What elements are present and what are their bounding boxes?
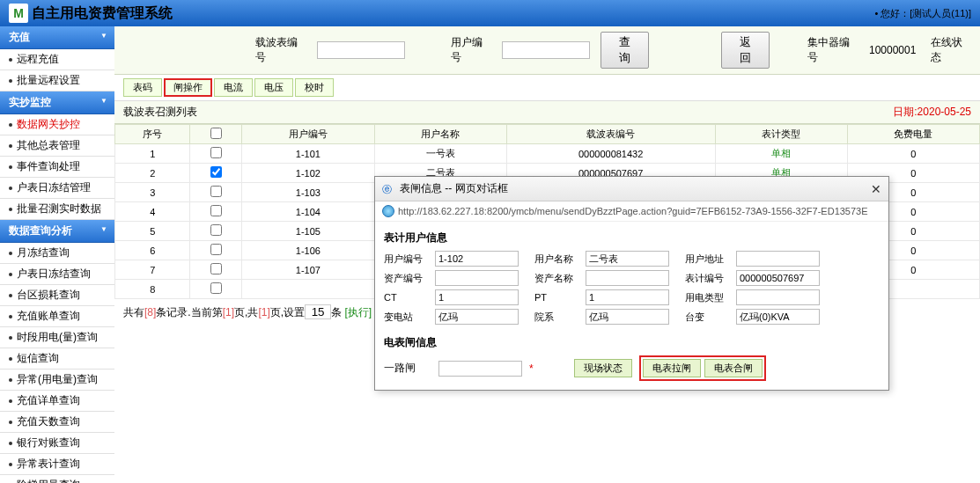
pagesize-input[interactable]: [305, 304, 331, 319]
row-checkbox[interactable]: [210, 263, 222, 274]
tab-bar: 表码闸操作电流电压校时: [114, 75, 980, 101]
column-header: 免费电量: [847, 125, 979, 144]
execute-button[interactable]: [执行]: [344, 306, 372, 318]
sidebar-section-monitor[interactable]: 实抄监控: [0, 91, 114, 114]
sidebar-item[interactable]: 批量远程设置: [0, 70, 114, 91]
close-icon[interactable]: ✕: [871, 182, 881, 196]
filter-label-concentrator: 集中器编号: [807, 35, 858, 65]
label-meter-no: 表计编号: [685, 272, 733, 285]
filter-label-user: 用户编号: [451, 35, 491, 65]
switch-label: 一路闸: [384, 361, 431, 376]
return-button[interactable]: 返回: [721, 32, 770, 69]
label-user-name: 用户名称: [534, 252, 582, 266]
paging-text: 条记录.当前第: [156, 306, 222, 318]
filter-label-status: 在线状态: [931, 35, 971, 65]
row-checkbox[interactable]: [210, 147, 222, 158]
label-ct: CT: [384, 292, 431, 303]
input-asset-no[interactable]: [435, 270, 519, 286]
sidebar: 充值 远程充值批量远程设置 实抄监控 数据网关抄控其他总表管理事件查询处理户表日…: [0, 26, 114, 483]
column-header: 序号: [115, 125, 190, 144]
filter-label-meter: 载波表编号: [255, 35, 306, 65]
label-elec-type: 用电类型: [685, 291, 733, 304]
paging-text: 页,共: [234, 306, 258, 318]
welcome-text: • 您好：[测试人员(11)]: [874, 7, 971, 20]
paging-count: [8]: [144, 306, 156, 318]
tab[interactable]: 校时: [295, 78, 334, 97]
filter-bar: 载波表编号 用户编号 查询 返回 集中器编号 10000001 在线状态: [114, 26, 980, 75]
sidebar-item[interactable]: 充值天数查询: [0, 412, 114, 433]
tab[interactable]: 表码: [123, 78, 162, 97]
sidebar-item[interactable]: 充值详单查询: [0, 391, 114, 412]
sidebar-item[interactable]: 数据网关抄控: [0, 114, 114, 135]
label-user-addr: 用户地址: [685, 252, 733, 266]
sidebar-item[interactable]: 时段用电(量)查询: [0, 327, 114, 348]
label-station: 变电站: [384, 311, 431, 324]
status-button[interactable]: 现场状态: [574, 359, 632, 377]
sidebar-section-charge[interactable]: 充值: [0, 26, 114, 49]
grid-title: 载波表召测列表: [123, 105, 197, 120]
column-header: 用户编号: [242, 125, 374, 144]
meter-no-input[interactable]: [317, 41, 405, 59]
input-user-addr[interactable]: [736, 251, 820, 267]
sidebar-item[interactable]: 户表日冻结管理: [0, 178, 114, 199]
paging-total: [1]: [258, 306, 269, 318]
row-checkbox[interactable]: [210, 205, 222, 216]
open-switch-button[interactable]: 电表拉闸: [643, 359, 701, 377]
sidebar-item[interactable]: 台区损耗查询: [0, 285, 114, 306]
input-user-no[interactable]: [435, 251, 519, 267]
query-button[interactable]: 查询: [601, 32, 649, 69]
input-pt[interactable]: [586, 289, 669, 305]
row-checkbox[interactable]: [210, 244, 222, 255]
sidebar-item[interactable]: 阶梯用量查询: [0, 475, 114, 483]
sidebar-item[interactable]: 户表日冻结查询: [0, 264, 114, 285]
switch-buttons-highlight: 电表拉闸 电表合闸: [639, 355, 766, 381]
header: M 自主用电资费管理系统 • 您好：[测试人员(11)]: [0, 0, 980, 26]
globe-icon: [382, 205, 394, 217]
sidebar-section-query[interactable]: 数据查询分析: [0, 220, 114, 243]
column-header: 表计类型: [715, 125, 847, 144]
required-mark: *: [529, 362, 534, 375]
close-switch-button[interactable]: 电表合闸: [704, 359, 763, 377]
select-all-checkbox[interactable]: [210, 128, 222, 139]
sidebar-item[interactable]: 其他总表管理: [0, 135, 114, 157]
input-trans[interactable]: [736, 309, 820, 325]
row-checkbox[interactable]: [210, 282, 222, 294]
sidebar-item[interactable]: 批量召测实时数据: [0, 199, 114, 220]
row-checkbox[interactable]: [210, 166, 222, 178]
logo-icon: M: [9, 4, 28, 23]
input-asset-name[interactable]: [586, 270, 669, 286]
tab[interactable]: 电流: [214, 78, 253, 97]
sidebar-item[interactable]: 银行对账查询: [0, 433, 114, 454]
tab[interactable]: 电压: [254, 78, 293, 97]
sidebar-item[interactable]: 异常(用电量)查询: [0, 370, 114, 391]
input-line[interactable]: [586, 309, 669, 325]
sidebar-item[interactable]: 事件查询处理: [0, 157, 114, 178]
paging-text: 共有: [123, 306, 144, 318]
label-pt: PT: [534, 292, 582, 303]
sidebar-item[interactable]: 异常表计查询: [0, 454, 114, 475]
label-line: 院系: [534, 311, 582, 324]
meter-switch-dialog: ⓔ 表闸信息 -- 网页对话框 ✕ http://183.62.227.18:8…: [374, 176, 889, 391]
row-checkbox[interactable]: [210, 186, 222, 197]
user-no-input[interactable]: [502, 41, 590, 59]
sidebar-item[interactable]: 远程充值: [0, 49, 114, 70]
input-elec-type[interactable]: [736, 289, 820, 305]
input-meter-no[interactable]: [736, 270, 820, 286]
paging-text: 页,设置: [270, 306, 305, 318]
input-ct[interactable]: [435, 289, 519, 305]
label-trans: 台变: [685, 311, 733, 324]
switch-input[interactable]: [438, 361, 522, 377]
sidebar-item[interactable]: 充值账单查询: [0, 306, 114, 327]
input-user-name[interactable]: [586, 251, 669, 267]
sidebar-item[interactable]: 短信查询: [0, 348, 114, 370]
row-checkbox[interactable]: [210, 224, 222, 236]
dialog-url: http://183.62.227.18:8200/ymcb/menu/send…: [398, 206, 868, 216]
sidebar-item[interactable]: 月冻结查询: [0, 243, 114, 264]
paging-text: 条: [331, 306, 342, 318]
concentrator-value: 10000001: [869, 44, 920, 56]
tab[interactable]: 闸操作: [164, 78, 212, 97]
ie-icon: ⓔ: [382, 183, 394, 195]
section-userinfo: 表计用户信息: [384, 231, 880, 245]
table-row[interactable]: 11-101一号表000000081432单相0: [115, 144, 980, 164]
input-station[interactable]: [435, 309, 519, 325]
